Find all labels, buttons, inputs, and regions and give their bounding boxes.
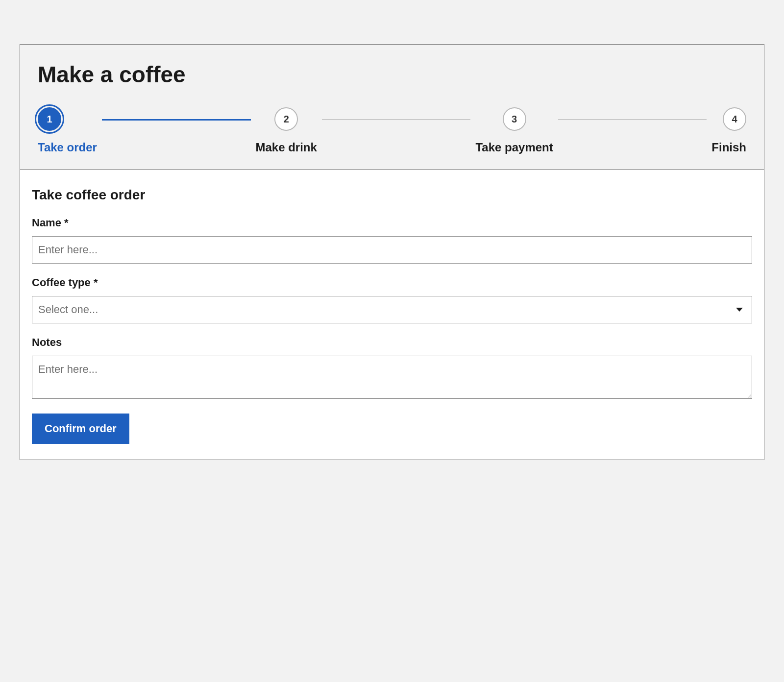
panel-title: Take coffee order	[32, 187, 752, 203]
page-title: Make a coffee	[38, 61, 746, 88]
name-input[interactable]	[32, 236, 752, 264]
step-label: Make drink	[256, 141, 317, 154]
field-coffee-type: Coffee type * Select one...	[32, 276, 752, 323]
step-connector	[322, 119, 471, 120]
field-notes: Notes	[32, 336, 752, 401]
step-take-order[interactable]: 1 Take order	[38, 107, 97, 154]
coffee-type-select[interactable]: Select one...	[32, 296, 752, 323]
name-label: Name *	[32, 217, 752, 229]
confirm-order-button[interactable]: Confirm order	[32, 414, 129, 444]
step-label: Take payment	[475, 141, 553, 154]
step-number: 4	[723, 107, 746, 131]
coffee-type-label: Coffee type *	[32, 276, 752, 289]
field-name: Name *	[32, 217, 752, 264]
step-connector	[102, 119, 251, 121]
notes-label: Notes	[32, 336, 752, 349]
step-take-payment[interactable]: 3 Take payment	[475, 107, 553, 154]
step-connector	[558, 119, 707, 120]
step-make-drink[interactable]: 2 Make drink	[256, 107, 317, 154]
stepper: 1 Take order 2 Make drink 3 Take payment…	[38, 107, 746, 154]
step-number: 3	[503, 107, 526, 131]
notes-input[interactable]	[32, 356, 752, 399]
step-label: Take order	[38, 141, 97, 154]
wizard-card: Make a coffee 1 Take order 2 Make drink …	[20, 44, 764, 460]
wizard-header: Make a coffee 1 Take order 2 Make drink …	[20, 45, 764, 169]
step-number: 2	[274, 107, 298, 131]
step-number: 1	[38, 107, 61, 131]
step-label: Finish	[711, 141, 746, 154]
form-panel: Take coffee order Name * Coffee type * S…	[20, 169, 764, 460]
step-finish[interactable]: 4 Finish	[711, 107, 746, 154]
